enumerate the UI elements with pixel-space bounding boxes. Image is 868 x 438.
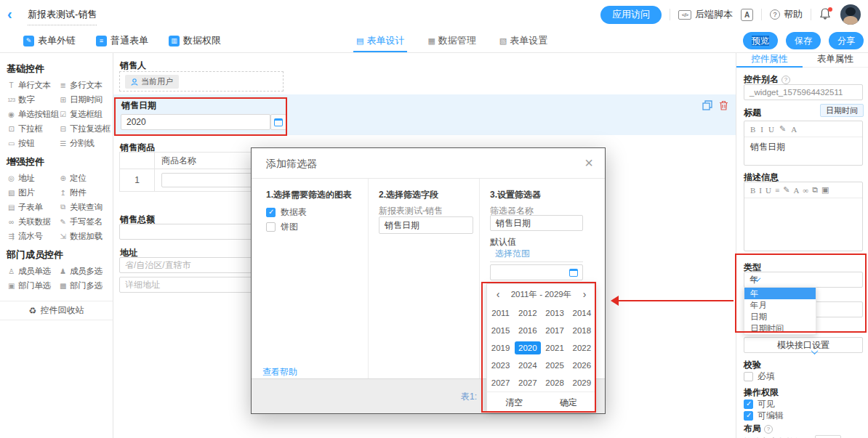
toolbar-link[interactable]: ▥ 数据权限 [169,34,221,47]
type-option[interactable]: 日期 [744,311,816,323]
year-cell[interactable]: 2013 [542,304,568,322]
help-button[interactable]: ? 帮助 [770,8,803,21]
language-button[interactable]: A [741,9,753,21]
sidebar-item-multi-line-text[interactable]: ≣ 多行文本 [58,78,113,92]
title-editor-content[interactable]: 销售日期 [744,137,862,157]
year-cell[interactable]: 2029 [568,374,595,392]
view-help-link[interactable]: 查看帮助 [262,366,297,378]
sidebar-item-image[interactable]: ▧ 图片 [7,185,58,200]
year-cell[interactable]: 2022 [568,339,595,357]
insert-image-icon[interactable]: ▣ [821,185,829,195]
sidebar-item-dept-multi[interactable]: ▩ 部门多选 [58,278,113,293]
required-checkbox-row[interactable]: 必填 [744,370,775,383]
year-cell[interactable]: 2012 [514,304,541,322]
sidebar-item-subform[interactable]: ▤ 子表单 [7,200,58,214]
trash-icon[interactable] [719,100,728,110]
sidebar-item-number[interactable]: 123 数字 [7,92,58,107]
sidebar-item-location[interactable]: ⊕ 定位 [58,171,113,185]
back-icon[interactable]: ‹ [7,6,23,23]
year-cell[interactable]: 2027 [487,374,514,392]
field-sales-date-selected[interactable]: 销售日期 2020 [113,94,736,135]
year-cell[interactable]: 2026 [568,357,595,374]
close-icon[interactable]: × [584,154,593,171]
year-cell-selected[interactable]: 2020 [514,339,541,357]
panel-tab[interactable]: 表单属性 [803,53,868,67]
type-option[interactable]: 日期时间 [744,323,816,334]
filter-name-input[interactable]: 销售日期 [490,215,583,231]
sidebar-item-button[interactable]: ▭ 按钮 [7,136,58,150]
bold-icon[interactable]: B [750,186,755,195]
year-cell[interactable]: 2017 [542,322,568,339]
sidebar-item-address[interactable]: ◎ 地址 [7,171,58,185]
description-editor-content[interactable] [744,198,862,206]
year-cell[interactable]: 2027 [514,374,541,392]
italic-icon[interactable]: I [760,125,763,134]
underline-icon[interactable]: U [768,125,774,134]
clear-button[interactable]: 清空 [487,392,542,412]
type-select[interactable]: 年 [744,272,863,288]
chart-option-row[interactable]: 数据表 [266,206,307,219]
sidebar-item-signature[interactable]: ✎ 手写签名 [58,214,113,229]
year-cell[interactable]: 2019 [487,339,514,357]
sidebar-item-single-line-text[interactable]: T 单行文本 [7,78,58,92]
sidebar-item-multi-select[interactable]: ⊟ 下拉复选框 [58,121,113,136]
chart-option-row[interactable]: 饼图 [266,221,298,233]
confirm-button[interactable]: 确定 [542,392,596,412]
date-picker-button[interactable] [270,114,286,130]
action-button[interactable]: 预览 [743,32,778,49]
year-cell[interactable]: 2023 [487,357,514,374]
chart-option-checkbox[interactable] [266,222,276,232]
sidebar-item-divider[interactable]: ☰ 分割线 [58,136,113,150]
help-circle-icon[interactable]: ? [781,76,790,84]
sidebar-item-serial-number[interactable]: ⇶ 流水号 [7,229,58,243]
link-icon[interactable]: ✎ [779,124,786,134]
widget-recycle-bin[interactable]: ♻ 控件回收站 [0,301,113,320]
tab-form-settings[interactable]: ▧ 表单设置 [499,29,547,52]
bold-icon[interactable]: B [750,125,755,134]
current-user-chip[interactable]: 当前用户 [125,75,179,89]
alias-input[interactable]: _widget_1575964432511 [744,84,863,100]
range-select[interactable]: 选择范围 [490,246,583,262]
unchain-icon[interactable]: ⧉ [812,185,818,195]
sidebar-item-radio-group[interactable]: ◉ 单选按钮组 [7,107,58,121]
tab-form-design[interactable]: ▤ 表单设计 [356,29,404,52]
sidebar-item-datetime[interactable]: ⊞ 日期时间 [58,92,113,107]
next-decade-icon[interactable]: › [574,288,595,300]
sidebar-item-member-multi[interactable]: ♟ 成员多选 [58,264,113,278]
font-color-icon[interactable]: A [793,186,799,195]
font-color-icon[interactable]: A [791,125,797,134]
toolbar-link[interactable]: ≡ 普通表单 [96,34,148,47]
toolbar-link[interactable]: ✎ 表单外链 [23,34,76,47]
year-cell[interactable]: 2014 [568,304,595,322]
visible-checkbox-row[interactable]: 可见 [744,398,775,410]
app-access-button[interactable]: 应用访问 [600,6,662,24]
panel-tab[interactable]: 控件属性 [736,53,803,67]
sidebar-item-linked-data[interactable]: ∞ 关联数据 [7,214,58,229]
italic-icon[interactable]: I [759,186,762,195]
sidebar-item-select[interactable]: ⊡ 下拉框 [7,121,58,136]
action-button[interactable]: 分享 [829,32,864,49]
year-cell[interactable]: 2025 [542,357,568,374]
sidebar-item-checkbox-group[interactable]: ☑ 复选框组 [58,107,113,121]
sidebar-item-lookup[interactable]: ⧉ 关联查询 [58,200,113,214]
prev-decade-icon[interactable]: ‹ [487,288,509,300]
chain-icon[interactable]: ∞ [803,186,808,195]
sidebar-item-data-load[interactable]: ⇲ 数据加载 [58,229,113,243]
year-cell[interactable]: 2018 [568,322,595,339]
type-option[interactable]: 年 [744,288,816,299]
backend-script-button[interactable]: </> 后端脚本 [678,8,733,21]
year-cell[interactable]: 2011 [487,304,514,322]
module-interface-button[interactable]: 模块接口设置 [744,337,863,353]
year-cell[interactable]: 2024 [514,357,541,374]
required-checkbox[interactable] [744,372,753,381]
type-option[interactable]: 年月 [744,299,816,311]
sales-date-input[interactable]: 2020 [121,114,270,130]
align-icon[interactable]: ≡ [775,186,779,195]
filter-field-select[interactable]: 销售日期 [379,216,473,234]
year-cell[interactable]: 2021 [542,339,568,357]
copy-icon[interactable] [702,100,712,110]
chart-option-checkbox[interactable] [266,208,276,217]
help-circle-icon[interactable]: ? [764,425,773,434]
range-date-input[interactable] [490,264,583,280]
year-cell[interactable]: 2015 [487,322,514,339]
